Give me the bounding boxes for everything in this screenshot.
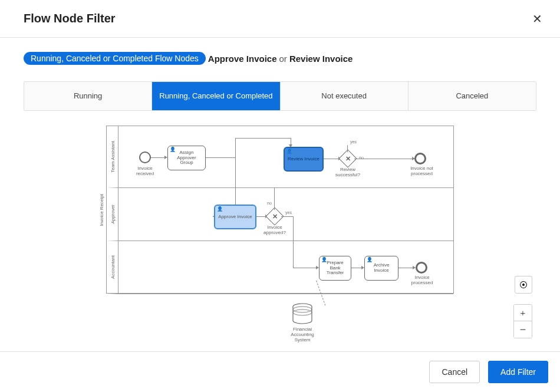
user-task-icon: 👤 bbox=[367, 258, 373, 263]
pool-label: Invoice Receipt bbox=[96, 126, 107, 294]
cancel-button[interactable]: Cancel bbox=[429, 361, 480, 383]
filter-or: or bbox=[279, 54, 287, 64]
zoom-out-button[interactable]: − bbox=[514, 321, 532, 338]
user-task-icon: 👤 bbox=[321, 258, 327, 263]
user-task-icon: 👤 bbox=[170, 147, 176, 153]
flow bbox=[398, 268, 414, 268]
bpmn-diagram-area: Invoice Receipt Team Assistant Invoice r… bbox=[24, 126, 536, 350]
flow bbox=[151, 157, 166, 158]
minus-icon: − bbox=[520, 327, 526, 332]
tab-running-canceled-completed[interactable]: Running, Canceled or Completed bbox=[152, 82, 280, 110]
task-assign-approver-group[interactable]: 👤 Assign Approver Group bbox=[167, 146, 206, 170]
task-review-invoice[interactable]: 👤 Review Invoice bbox=[284, 147, 324, 172]
end-event-label-not-processed: Invoice not processed bbox=[409, 166, 435, 177]
lane-label-team-assistant: Team Assistant bbox=[108, 126, 118, 187]
zoom-in-button[interactable]: + bbox=[514, 305, 532, 321]
diagram-controls: ⦿ + − bbox=[513, 276, 532, 353]
flow bbox=[206, 157, 235, 158]
start-event-invoice-received[interactable] bbox=[139, 151, 151, 163]
flow bbox=[213, 216, 213, 217]
task-prepare-bank-transfer[interactable]: 👤 Prepare Bank Transfer bbox=[319, 256, 351, 281]
filter-summary: Running, Canceled or Completed Flow Node… bbox=[24, 52, 536, 65]
flow bbox=[293, 241, 294, 268]
dialog-footer: Cancel Add Filter bbox=[0, 351, 560, 392]
flow bbox=[293, 268, 318, 268]
branch-no: no bbox=[267, 201, 272, 205]
dialog-header: Flow Node Filter ✕ bbox=[0, 0, 560, 38]
task-approve-invoice[interactable]: 👤 Approve Invoice bbox=[214, 205, 256, 229]
lane-accountant: Accountant 👤 Prepare Bank Transfer 👤 Arc… bbox=[107, 241, 453, 294]
add-filter-button[interactable]: Add Filter bbox=[488, 361, 548, 383]
filter-node-1: Approve Invoice bbox=[208, 54, 277, 64]
lane-approver: Approver 👤 Approve Invoice ✕ Invoice app… bbox=[107, 188, 453, 241]
tab-not-executed[interactable]: Not executed bbox=[281, 82, 409, 110]
bpmn-pool[interactable]: Invoice Receipt Team Assistant Invoice r… bbox=[106, 126, 454, 294]
lane-label-accountant: Accountant bbox=[108, 241, 118, 294]
zoom-controls: + − bbox=[513, 304, 532, 338]
reset-viewport-button[interactable]: ⦿ bbox=[515, 276, 532, 294]
pool-label-text: Invoice Receipt bbox=[99, 194, 104, 226]
filter-type-pill: Running, Canceled or Completed Flow Node… bbox=[24, 52, 206, 65]
datastore-label: Financial Accounting System bbox=[285, 327, 320, 342]
plus-icon: + bbox=[521, 308, 526, 318]
user-task-icon: 👤 bbox=[286, 149, 292, 154]
close-button[interactable]: ✕ bbox=[532, 13, 542, 25]
close-icon: ✕ bbox=[532, 12, 542, 25]
branch-yes: yes bbox=[350, 140, 357, 144]
target-icon: ⦿ bbox=[519, 280, 528, 289]
lane-label-approver: Approver bbox=[108, 188, 118, 241]
flow bbox=[274, 188, 275, 210]
flow bbox=[235, 138, 236, 157]
dialog-content: Running, Canceled or Completed Flow Node… bbox=[0, 38, 560, 364]
flow bbox=[354, 159, 413, 159]
datastore-financial-accounting[interactable] bbox=[292, 302, 313, 326]
flow bbox=[281, 216, 293, 217]
end-event-label-processed: Invoice processed bbox=[410, 275, 434, 286]
branch-yes: yes bbox=[285, 210, 292, 215]
start-event-label: Invoice received bbox=[133, 166, 157, 177]
user-task-icon: 👤 bbox=[217, 207, 223, 212]
gateway-label-review: Review successful? bbox=[335, 167, 360, 178]
flow bbox=[324, 159, 340, 159]
filter-tabs: Running Running, Canceled or Completed N… bbox=[24, 81, 536, 111]
tab-running[interactable]: Running bbox=[24, 82, 152, 110]
task-archive-invoice[interactable]: 👤 Archive Invoice bbox=[364, 256, 398, 281]
end-event-not-processed[interactable] bbox=[414, 153, 426, 164]
end-event-processed[interactable] bbox=[416, 262, 427, 274]
dialog-title: Flow Node Filter bbox=[24, 12, 116, 25]
flow bbox=[293, 216, 294, 241]
lane-team-assistant: Team Assistant Invoice received 👤 Assign… bbox=[107, 126, 453, 188]
filter-node-2: Review Invoice bbox=[289, 54, 353, 64]
tab-canceled[interactable]: Canceled bbox=[409, 82, 536, 110]
flow bbox=[235, 138, 291, 139]
flow bbox=[347, 145, 348, 152]
gateway-label-approved: Invoice approved? bbox=[262, 225, 287, 236]
